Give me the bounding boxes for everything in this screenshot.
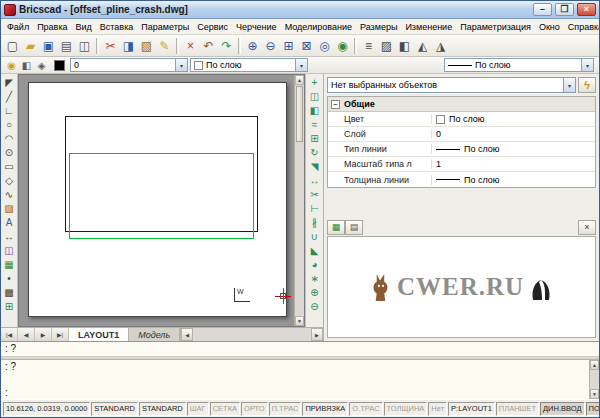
quick-select-button[interactable]: ϟ	[578, 77, 596, 93]
menu-dimensions[interactable]: Размеры	[356, 20, 401, 34]
panel-tool-open-icon[interactable]: ▦	[327, 220, 345, 235]
status-space[interactable]: P:LAYOUT1	[448, 402, 495, 416]
status-subobject[interactable]: ПОДОБЪЕКТ	[586, 402, 599, 416]
save-icon[interactable]: ▣	[40, 37, 57, 54]
lineweight-combobox[interactable]: По слою	[190, 58, 308, 72]
status-dim-style[interactable]: STANDARD	[139, 402, 186, 416]
distance-icon[interactable]: ◭	[414, 37, 431, 54]
fillet-icon[interactable]: ◕	[307, 258, 322, 271]
subtract-icon[interactable]: ⊖	[307, 300, 322, 313]
mirror-icon[interactable]: ◧	[307, 104, 322, 117]
scrollbar-thumb[interactable]	[296, 86, 303, 142]
linetype-combobox[interactable]: По слою	[444, 58, 594, 72]
menu-insert[interactable]: Вставка	[96, 20, 137, 34]
vertical-scrollbar[interactable]	[294, 75, 304, 326]
zoom-extents-icon[interactable]: ⊠	[298, 37, 315, 54]
redo-icon[interactable]: ↷	[218, 37, 235, 54]
table-icon[interactable]: ⊞	[2, 300, 17, 313]
undo-icon[interactable]: ↶	[200, 37, 217, 54]
zoom-out-icon[interactable]: ⊖	[262, 37, 279, 54]
offset-icon[interactable]: ≈	[307, 118, 322, 131]
join-icon[interactable]: ∪	[307, 230, 322, 243]
circle-icon[interactable]: ○	[2, 118, 17, 131]
layers-icon[interactable]: ≡	[360, 37, 377, 54]
menu-file[interactable]: Файл	[3, 20, 33, 34]
menu-modeling[interactable]: Моделирование	[281, 20, 356, 34]
menu-modify[interactable]: Изменение	[401, 20, 456, 34]
current-color-swatch[interactable]	[54, 60, 65, 71]
array-icon[interactable]: ⊞	[307, 132, 322, 145]
match-properties-icon[interactable]: ✎	[156, 37, 173, 54]
status-none[interactable]: Нет	[428, 402, 447, 416]
scroll-left-icon[interactable]	[181, 328, 193, 341]
rotate-icon[interactable]: ↻	[307, 146, 322, 159]
properties-icon[interactable]: ◧	[396, 37, 413, 54]
union-icon[interactable]: ⊕	[307, 286, 322, 299]
group-general[interactable]: − Общие	[328, 97, 595, 112]
print-icon[interactable]: ▤	[58, 37, 75, 54]
spline-icon[interactable]: ∿	[2, 188, 17, 201]
image-icon[interactable]: ▦	[2, 258, 17, 271]
zoom-in-icon[interactable]: ⊕	[244, 37, 261, 54]
arc-icon[interactable]: ◠	[2, 132, 17, 145]
dimension-icon[interactable]: ↔	[2, 230, 17, 243]
scroll-up-icon[interactable]	[590, 360, 599, 370]
layer-states-icon[interactable]: ◧	[19, 58, 34, 72]
command-input-area[interactable]: : ? :	[1, 360, 589, 399]
status-ortho[interactable]: ОРТО	[241, 402, 268, 416]
title-bar[interactable]: Bricscad - [offset_pline_crash.dwg] – ❐ …	[1, 1, 599, 19]
selection-combobox[interactable]: Нет выбранных объектов	[327, 77, 576, 93]
close-button[interactable]: ×	[577, 3, 596, 16]
status-tablet[interactable]: ПЛАНШЕТ	[496, 402, 539, 416]
tab-first-button[interactable]: |◀	[1, 328, 18, 341]
copy-entity-icon[interactable]: ◫	[307, 90, 322, 103]
select-icon[interactable]: ◤	[2, 76, 17, 89]
text-icon[interactable]: А	[2, 216, 17, 229]
move-icon[interactable]: +	[307, 76, 322, 89]
new-file-icon[interactable]: ▢	[4, 37, 21, 54]
drawing-viewport[interactable]: W	[19, 75, 294, 326]
menu-window[interactable]: Окно	[535, 20, 564, 34]
status-grid[interactable]: СЕТКА	[210, 402, 240, 416]
scroll-right-icon[interactable]	[311, 328, 323, 341]
chevron-down-icon[interactable]	[175, 59, 187, 71]
region-icon[interactable]: ▩	[2, 286, 17, 299]
copy-icon[interactable]: ◨	[120, 37, 137, 54]
coordinates[interactable]: 10.6126, 0.0319, 0.0000	[3, 402, 90, 416]
scale-icon[interactable]: ◥	[307, 160, 322, 173]
scroll-up-icon[interactable]	[295, 75, 304, 85]
explode-icon[interactable]: ∗	[307, 272, 322, 285]
chevron-down-icon[interactable]	[295, 59, 307, 71]
point-icon[interactable]: •	[2, 272, 17, 285]
chamfer-icon[interactable]: ◣	[307, 244, 322, 257]
menu-view[interactable]: Вид	[72, 20, 96, 34]
minimize-button[interactable]: –	[533, 3, 552, 16]
scroll-down-icon[interactable]	[590, 389, 599, 399]
erase-icon[interactable]: ×	[182, 37, 199, 54]
maximize-button[interactable]: ❐	[555, 3, 574, 16]
collapse-icon[interactable]: −	[331, 100, 340, 109]
status-polar[interactable]: П.ТРАС	[269, 402, 302, 416]
tab-layout1[interactable]: LAYOUT1	[69, 328, 129, 341]
property-value[interactable]: 1	[432, 159, 595, 169]
settings-icon[interactable]: ◮	[432, 37, 449, 54]
extend-icon[interactable]: ⊢	[307, 202, 322, 215]
layer-lock-icon[interactable]: ◈	[34, 58, 49, 72]
polygon-icon[interactable]: ◇	[2, 174, 17, 187]
menu-parametric[interactable]: Параметризация	[456, 20, 535, 34]
status-snap[interactable]: ШАГ	[187, 402, 209, 416]
zoom-window-icon[interactable]: ⊞	[280, 37, 297, 54]
menu-help[interactable]: Справка	[564, 20, 600, 34]
scroll-down-icon[interactable]	[295, 316, 304, 326]
ellipse-icon[interactable]: ⊙	[2, 146, 17, 159]
property-value[interactable]: По слою	[432, 114, 595, 124]
menu-edit[interactable]: Правка	[33, 20, 71, 34]
tab-prev-button[interactable]: ◀	[18, 328, 35, 341]
paste-icon[interactable]: ▧	[138, 37, 155, 54]
status-text-style[interactable]: STANDARD	[91, 402, 138, 416]
menu-draw[interactable]: Черчение	[232, 20, 281, 34]
print-preview-icon[interactable]: ◫	[76, 37, 93, 54]
line-icon[interactable]: ╱	[2, 90, 17, 103]
status-lineweight[interactable]: ТОЛЩИНА	[384, 402, 428, 416]
command-scrollbar[interactable]	[589, 360, 599, 399]
